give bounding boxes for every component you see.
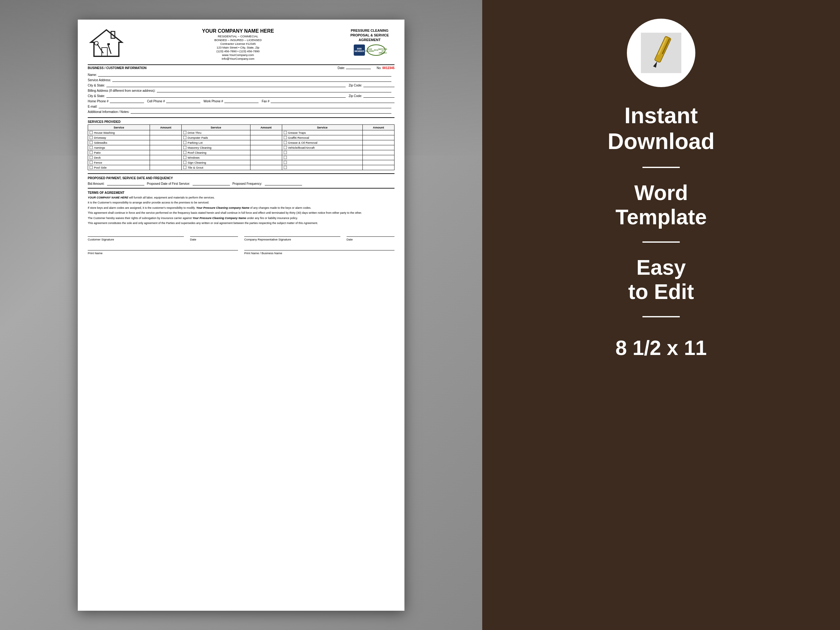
rcia-badge: ROOFCLEANINGRCIAINSTITUTEOF AMERICA	[367, 44, 385, 56]
doc-number: 0012345	[382, 66, 395, 70]
terms-p1: YOUR COMPANY NAME HERE will furnish all …	[88, 196, 395, 200]
size-label: 8 1/2 x 11	[615, 336, 707, 360]
company-date-label: Date	[347, 238, 395, 241]
bbb-badge: BBBMEMBER	[354, 44, 365, 56]
table-row: Pool SideTile & Grout	[88, 165, 395, 170]
service-cell-1: Awnings	[88, 145, 150, 150]
service-cell-3	[282, 155, 363, 160]
table-row: DeckWindows	[88, 155, 395, 160]
svg-line-3	[97, 44, 103, 53]
payment-title: PROPOSED PAYMENT, SERVICE DATE AND FREQU…	[88, 177, 395, 180]
city-state-row: City & State: Zip Code:	[88, 83, 395, 87]
customer-sig-block: Customer Signature Date Print Name	[88, 231, 238, 255]
right-divider-2	[643, 242, 680, 243]
terms-p2: It is the Customer's responsibility to a…	[88, 201, 395, 205]
service-cell-3	[282, 150, 363, 155]
amount-cell-1	[150, 155, 182, 160]
table-row: PatioRoof Cleaning	[88, 150, 395, 155]
service-cell-1: Pool Side	[88, 165, 150, 170]
service-address-row: Service Address:	[88, 77, 395, 82]
service-cell-2: Roof Cleaning	[182, 150, 251, 155]
service-cell-3: Grease Traps	[282, 130, 363, 135]
service-cell-1: Deck	[88, 155, 150, 160]
badge-area: BBBMEMBER ROOFCLEANINGRCIAINSTITUTEOF AM…	[354, 44, 385, 56]
services-table: Service Amount Service Amount Service Am…	[88, 125, 395, 170]
amount-cell-3	[363, 145, 395, 150]
company-line1: RESIDENTIAL – COMMECIAL	[131, 35, 345, 38]
pen-icon	[641, 33, 681, 73]
amount-cell-3	[363, 155, 395, 160]
amount-cell-2	[250, 155, 282, 160]
company-sig-block: Company Representative Signature Date Pr…	[244, 231, 395, 255]
amount-cell-2	[250, 145, 282, 150]
phone-row: Home Phone # Cell Phone # Work Phone # F…	[88, 99, 395, 103]
document-preview: YOUR COMPANY NAME HERE RESIDENTIAL – COM…	[78, 20, 404, 611]
email-row: E-mail:	[88, 104, 395, 108]
customer-date-label: Date	[190, 238, 238, 241]
left-panel: YOUR COMPANY NAME HERE RESIDENTIAL – COM…	[0, 0, 482, 630]
service-cell-1: Fence	[88, 160, 150, 165]
section-divider-4	[88, 188, 395, 188]
billing-row: Billing Address (If different from servi…	[88, 88, 395, 92]
table-row: FenceSign Cleaning	[88, 160, 395, 165]
doc-header: YOUR COMPANY NAME HERE RESIDENTIAL – COM…	[88, 28, 395, 61]
service-cell-1: Sidewalks	[88, 140, 150, 145]
proposal-title: PRESSURE CLEANING PROPOSAL & SERVICE AGR…	[350, 28, 389, 43]
amount-cell-3	[363, 135, 395, 140]
col-service-1: Service	[88, 125, 150, 130]
amount-cell-1	[150, 130, 182, 135]
company-sig-label: Company Representative Signature	[244, 238, 340, 241]
svg-rect-6	[107, 43, 110, 45]
company-print-line	[244, 244, 395, 251]
pen-circle	[627, 19, 695, 87]
amount-cell-2	[250, 135, 282, 140]
customer-date-line	[190, 231, 238, 237]
table-row: AwningsMasonry CleaningVehicle/Boat/Airc…	[88, 145, 395, 150]
amount-cell-1	[150, 140, 182, 145]
company-name: YOUR COMPANY NAME HERE	[131, 28, 345, 34]
col-amount-3: Amount	[363, 125, 395, 130]
company-logo	[88, 28, 125, 59]
terms-p3: If store keys and alarm codes are assign…	[88, 206, 395, 210]
terms-title: TERMS OF AGREEMENT	[88, 191, 395, 194]
instant-label: Instant Download	[608, 103, 715, 154]
col-amount-1: Amount	[150, 125, 182, 130]
service-cell-1: House Washing	[88, 130, 150, 135]
service-cell-2: Dumpster Pads	[182, 135, 251, 140]
section-divider-1	[88, 65, 395, 65]
payment-section: PROPOSED PAYMENT, SERVICE DATE AND FREQU…	[88, 173, 395, 185]
right-divider-3	[643, 316, 680, 317]
right-divider-1	[643, 167, 680, 168]
company-print-label: Print Name / Business Name	[244, 251, 395, 255]
service-cell-2: Masonry Cleaning	[182, 145, 251, 150]
right-panel: Instant Download Word Template Easy to E…	[482, 0, 840, 630]
notes-row: Additional Information / Notes:	[88, 109, 395, 114]
customer-print-line	[88, 244, 238, 251]
section-divider-3	[88, 173, 395, 174]
terms-p6: This agreement constitutes the sole and …	[88, 221, 395, 226]
amount-cell-2	[250, 150, 282, 155]
company-line6: www.YourCompany.com	[131, 53, 345, 57]
service-cell-2: Drive Thru	[182, 130, 251, 135]
terms-p4: This agreement shall continue in force a…	[88, 211, 395, 215]
section-divider-2	[88, 117, 395, 118]
table-row: DrivewayDumpster PadsGraffiti Removal	[88, 135, 395, 140]
company-date-line	[347, 231, 395, 237]
col-service-2: Service	[182, 125, 251, 130]
signature-area: Customer Signature Date Print Name Compa…	[88, 231, 395, 255]
customer-section-title: BUSINESS / CUSTOMER INFORMATION	[88, 66, 147, 70]
customer-sig-line	[88, 231, 184, 237]
amount-cell-2	[250, 130, 282, 135]
name-row: Name:	[88, 72, 395, 77]
amount-cell-2	[250, 165, 282, 170]
company-line4: 123 Main Street • City, State, Zip	[131, 46, 345, 49]
svg-line-5	[108, 44, 111, 54]
payment-row: Bid Amount: Proposed Date of First Servi…	[88, 181, 395, 185]
company-info: YOUR COMPANY NAME HERE RESIDENTIAL – COM…	[131, 28, 345, 61]
amount-cell-1	[150, 160, 182, 165]
services-title: SERVICES PROVIDED	[88, 119, 395, 125]
service-cell-2: Tile & Grout	[182, 165, 251, 170]
service-cell-2: Sign Cleaning	[182, 160, 251, 165]
amount-cell-3	[363, 165, 395, 170]
terms-section: TERMS OF AGREEMENT YOUR COMPANY NAME HER…	[88, 188, 395, 226]
